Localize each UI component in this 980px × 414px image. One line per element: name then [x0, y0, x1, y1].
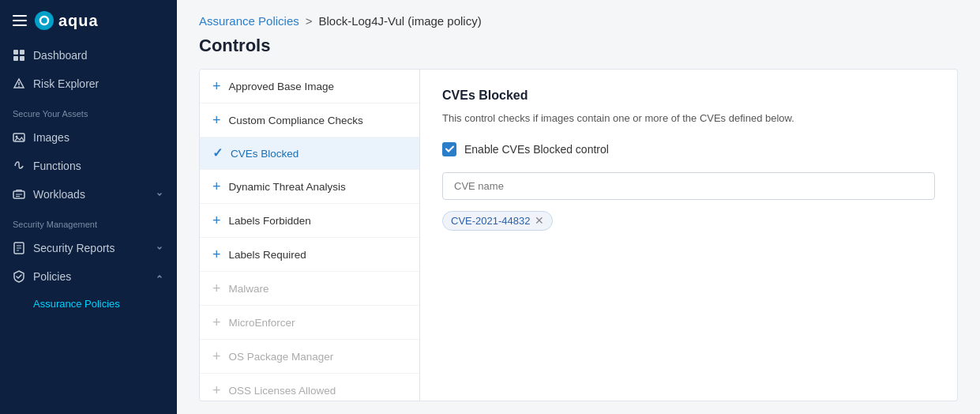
plus-icon-oss-licenses-allowed: + — [212, 383, 221, 397]
control-item-oss-licenses-allowed[interactable]: + OSS Licenses Allowed — [200, 374, 419, 401]
control-item-malware[interactable]: + Malware — [200, 272, 419, 306]
breadcrumb-parent-link[interactable]: Assurance Policies — [199, 14, 299, 28]
plus-icon-os-package-manager: + — [212, 349, 221, 363]
panel-description: This control checks if images contain on… — [442, 111, 935, 126]
controls-list: + Approved Base Image + Custom Complianc… — [199, 69, 420, 401]
sidebar-item-policies[interactable]: Policies — [0, 262, 177, 291]
control-item-custom-compliance-checks[interactable]: + Custom Compliance Checks — [200, 104, 419, 137]
cve-tag-close-button[interactable]: ✕ — [535, 215, 544, 226]
control-item-microenforcer[interactable]: + MicroEnforcer — [200, 306, 419, 340]
sidebar-item-risk-explorer-label: Risk Explorer — [33, 77, 99, 90]
sidebar-sub-item-assurance-policies-label: Assurance Policies — [33, 298, 120, 310]
control-item-os-package-manager[interactable]: + OS Package Manager — [200, 340, 419, 374]
control-label-labels-required: Labels Required — [229, 249, 306, 261]
sidebar: aqua Dashboard Risk Explorer Secure Your… — [0, 0, 177, 414]
control-label-os-package-manager: OS Package Manager — [229, 351, 334, 363]
sidebar-item-images[interactable]: Images — [0, 123, 177, 152]
control-item-approved-base-image[interactable]: + Approved Base Image — [200, 70, 419, 104]
svg-rect-2 — [20, 50, 24, 55]
policies-chevron-icon — [155, 272, 164, 281]
plus-icon-dynamic-threat-analysis: + — [212, 179, 221, 194]
risk-explorer-icon — [13, 77, 25, 90]
cve-tag-2021-44832: CVE-2021-44832 ✕ — [442, 211, 553, 231]
plus-icon-approved-base-image: + — [212, 79, 221, 93]
sidebar-item-workloads-label: Workloads — [33, 188, 85, 201]
sidebar-header: aqua — [0, 0, 177, 41]
control-label-oss-licenses-allowed: OSS Licenses Allowed — [229, 385, 336, 397]
enable-cves-blocked-checkbox[interactable] — [442, 142, 456, 156]
cve-tag-label: CVE-2021-44832 — [451, 215, 530, 227]
control-panel: CVEs Blocked This control checks if imag… — [420, 69, 958, 401]
security-reports-icon — [13, 242, 25, 254]
workloads-chevron-icon — [155, 190, 164, 199]
plus-icon-malware: + — [212, 281, 221, 295]
control-item-dynamic-threat-analysis[interactable]: + Dynamic Threat Analysis — [200, 170, 419, 204]
control-label-malware: Malware — [229, 283, 269, 295]
policies-icon — [13, 270, 25, 283]
sidebar-item-dashboard[interactable]: Dashboard — [0, 41, 177, 70]
control-label-labels-forbidden: Labels Forbidden — [229, 215, 311, 227]
logo-icon — [35, 11, 54, 30]
control-item-cves-blocked[interactable]: ✓ CVEs Blocked — [200, 137, 419, 170]
control-label-cves-blocked: CVEs Blocked — [231, 148, 299, 160]
svg-rect-3 — [13, 56, 18, 61]
panel-title: CVEs Blocked — [442, 88, 935, 103]
sidebar-item-security-reports-label: Security Reports — [33, 242, 115, 254]
control-label-approved-base-image: Approved Base Image — [229, 81, 335, 92]
check-icon-cves-blocked: ✓ — [212, 147, 223, 160]
breadcrumb-separator: > — [306, 14, 313, 28]
section-security-management: Security Management — [0, 209, 177, 234]
section-secure-assets: Secure Your Assets — [0, 98, 177, 123]
sidebar-item-workloads[interactable]: Workloads — [0, 180, 177, 209]
plus-icon-custom-compliance-checks: + — [212, 113, 221, 127]
sidebar-sub-item-assurance-policies[interactable]: Assurance Policies — [0, 291, 177, 317]
plus-icon-labels-required: + — [212, 247, 221, 262]
control-label-custom-compliance-checks: Custom Compliance Checks — [229, 115, 363, 126]
cve-name-input[interactable] — [442, 172, 935, 200]
svg-rect-1 — [13, 50, 18, 55]
page-title: Controls — [177, 28, 980, 69]
control-item-labels-forbidden[interactable]: + Labels Forbidden — [200, 204, 419, 238]
breadcrumb: Assurance Policies > Block-Log4J-Vul (im… — [177, 0, 980, 28]
enable-cves-blocked-label: Enable CVEs Blocked control — [464, 143, 609, 156]
sidebar-item-dashboard-label: Dashboard — [33, 49, 88, 62]
sidebar-item-images-label: Images — [33, 131, 69, 144]
enable-control-row: Enable CVEs Blocked control — [442, 142, 935, 156]
svg-point-6 — [18, 86, 20, 88]
svg-rect-4 — [20, 56, 24, 61]
images-icon — [13, 131, 25, 144]
control-label-microenforcer: MicroEnforcer — [229, 317, 295, 329]
plus-icon-labels-forbidden: + — [212, 213, 221, 228]
logo-text: aqua — [58, 12, 99, 30]
functions-icon — [13, 160, 25, 172]
control-label-dynamic-threat-analysis: Dynamic Threat Analysis — [229, 181, 346, 193]
sidebar-item-policies-label: Policies — [33, 270, 71, 283]
control-item-labels-required[interactable]: + Labels Required — [200, 238, 419, 272]
svg-point-0 — [40, 17, 48, 24]
sidebar-item-risk-explorer[interactable]: Risk Explorer — [0, 70, 177, 98]
workloads-icon — [13, 188, 25, 201]
sidebar-item-functions-label: Functions — [33, 160, 81, 172]
sidebar-item-security-reports[interactable]: Security Reports — [0, 234, 177, 262]
plus-icon-microenforcer: + — [212, 315, 221, 329]
logo: aqua — [35, 11, 99, 30]
main-content: Assurance Policies > Block-Log4J-Vul (im… — [177, 0, 980, 414]
dashboard-icon — [13, 49, 25, 62]
content-area: + Approved Base Image + Custom Complianc… — [177, 69, 980, 414]
breadcrumb-current: Block-Log4J-Vul (image policy) — [319, 14, 482, 28]
sidebar-item-functions[interactable]: Functions — [0, 152, 177, 180]
hamburger-menu-icon[interactable] — [13, 15, 27, 26]
security-reports-chevron-icon — [155, 243, 164, 253]
